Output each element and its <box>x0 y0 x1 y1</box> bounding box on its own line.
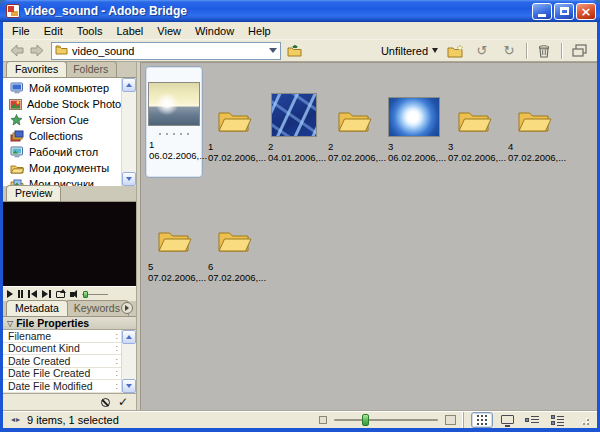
metadata-edit-marker: : <box>115 343 118 353</box>
favorites-item-label: Collections <box>29 130 83 142</box>
desktop-icon <box>9 146 24 158</box>
scroll-down-button[interactable] <box>122 172 136 186</box>
title-bar[interactable]: video_sound - Adobe Bridge × <box>0 0 600 22</box>
loop-button[interactable] <box>56 291 65 298</box>
back-button[interactable] <box>9 43 26 58</box>
menu-label[interactable]: Label <box>109 23 150 39</box>
file-thumbnail[interactable]: 106.02.2006,... <box>145 66 203 178</box>
tab-metadata[interactable]: Metadata <box>6 300 68 316</box>
go-up-button[interactable] <box>285 42 305 60</box>
step-forward-button[interactable] <box>42 290 51 298</box>
forward-button[interactable] <box>28 43 45 58</box>
metadata-rows: Filename:Document Kind:Date Created:Date… <box>3 330 121 393</box>
favorites-item[interactable]: Collections <box>3 128 121 144</box>
tab-preview[interactable]: Preview <box>6 185 61 201</box>
folder-thumbnail[interactable]: 507.02.2006,... <box>145 186 203 298</box>
large-thumbnail-icon[interactable] <box>445 415 456 425</box>
metadata-edit-marker: : <box>115 356 118 366</box>
menu-file[interactable]: File <box>5 23 37 39</box>
cancel-metadata-icon[interactable] <box>101 398 110 407</box>
volume-icon[interactable] <box>70 292 77 297</box>
metadata-section-header[interactable]: ▽ File Properties <box>3 317 136 330</box>
chevron-down-icon <box>432 48 438 53</box>
new-folder-button[interactable] <box>445 42 465 60</box>
filter-dropdown[interactable]: Unfiltered <box>381 45 438 57</box>
folder-thumbnail[interactable]: 107.02.2006,... <box>205 66 263 178</box>
rotate-cw-button[interactable]: ↻ <box>499 42 519 60</box>
panels-column: Favorites Folders Мой компьютерAdobe Sto… <box>3 62 136 410</box>
thumbnail-date: 06.02.2006,... <box>146 150 202 161</box>
tab-keywords[interactable]: Keywords <box>65 300 129 316</box>
rotate-ccw-button[interactable]: ↺ <box>472 42 492 60</box>
delete-item-button[interactable] <box>534 42 554 60</box>
slider-thumb[interactable] <box>362 414 369 426</box>
details-view-button[interactable] <box>521 412 543 428</box>
filmstrip-view-button[interactable] <box>496 412 518 428</box>
step-back-button[interactable] <box>28 290 37 298</box>
favorites-item-label: Мой компьютер <box>29 82 109 94</box>
favorites-scrollbar[interactable] <box>121 78 136 186</box>
menu-edit[interactable]: Edit <box>37 23 70 39</box>
favorites-item[interactable]: Рабочий стол <box>3 144 121 160</box>
status-summary: 9 items, 1 selected <box>27 414 119 426</box>
metadata-row: Date Created: <box>3 355 121 368</box>
favorites-item[interactable]: Adobe Stock Photos <box>3 96 121 112</box>
thumbnail-size-slider[interactable] <box>334 419 438 421</box>
folder-thumbnail[interactable]: 307.02.2006,... <box>445 66 503 178</box>
path-combobox[interactable]: video_sound <box>51 42 281 60</box>
favorites-item-label: Version Cue <box>29 114 89 126</box>
scroll-down-button[interactable] <box>122 379 136 393</box>
thumbnails-view-button[interactable] <box>471 412 493 428</box>
image-blue-image <box>271 93 317 137</box>
preview-controls <box>3 286 136 301</box>
volume-slider[interactable] <box>82 294 108 295</box>
folder-thumbnail[interactable]: 207.02.2006,... <box>325 66 383 178</box>
metadata-scrollbar[interactable] <box>121 330 136 393</box>
thumbnail-name: 2 <box>325 140 383 152</box>
thumbnail-name: 1 <box>205 140 263 152</box>
panel-toggle-arrows[interactable]: ◂▸ <box>11 415 21 424</box>
toolbar-separator <box>526 43 527 59</box>
favorites-item[interactable]: Мои документы <box>3 160 121 176</box>
folder-icon <box>336 106 372 137</box>
favorites-item[interactable]: Version Cue <box>3 112 121 128</box>
menu-view[interactable]: View <box>150 23 188 39</box>
maximize-button[interactable] <box>554 3 574 20</box>
versions-view-button[interactable] <box>546 412 568 428</box>
menu-bar: File Edit Tools Label View Window Help <box>3 22 597 40</box>
scroll-up-button[interactable] <box>122 330 136 344</box>
chevron-down-icon[interactable] <box>269 48 277 53</box>
my-documents-icon <box>9 163 24 174</box>
tab-favorites[interactable]: Favorites <box>6 61 67 77</box>
rating-dots[interactable] <box>146 129 202 138</box>
panel-menu-button[interactable] <box>121 302 133 314</box>
menu-window[interactable]: Window <box>188 23 241 39</box>
thumbnail-date: 07.02.2006,... <box>205 152 263 163</box>
folder-icon <box>456 106 492 137</box>
content-area[interactable]: 106.02.2006,...107.02.2006,...204.01.200… <box>140 62 597 410</box>
metadata-edit-marker: : <box>115 381 118 391</box>
tab-folders[interactable]: Folders <box>64 61 117 77</box>
menu-tools[interactable]: Tools <box>70 23 110 39</box>
favorites-item-label: Мои документы <box>29 162 109 174</box>
scroll-up-button[interactable] <box>122 78 136 92</box>
apply-metadata-icon[interactable]: ✓ <box>118 397 128 407</box>
menu-help[interactable]: Help <box>241 23 278 39</box>
play-button[interactable] <box>7 290 13 298</box>
metadata-edit-marker: : <box>115 331 118 341</box>
small-thumbnail-icon[interactable] <box>319 416 327 424</box>
minimize-button[interactable] <box>532 3 552 20</box>
file-thumbnail[interactable]: 306.02.2006,... <box>385 66 443 178</box>
file-thumbnail[interactable]: 204.01.2006,... <box>265 66 323 178</box>
favorites-item[interactable]: Мой компьютер <box>3 80 121 96</box>
pause-button[interactable] <box>18 290 23 298</box>
resize-grip[interactable] <box>579 415 589 425</box>
favorites-tab-row: Favorites Folders <box>3 62 136 78</box>
folder-thumbnail[interactable]: 407.02.2006,... <box>505 66 563 178</box>
compact-mode-button[interactable] <box>569 42 589 60</box>
close-button[interactable]: × <box>576 3 596 20</box>
thumbnail-date: 04.01.2006,... <box>265 152 323 163</box>
metadata-row: Date File Modified: <box>3 380 121 393</box>
metadata-row: Filename: <box>3 330 121 343</box>
folder-thumbnail[interactable]: 607.02.2006,... <box>205 186 263 298</box>
